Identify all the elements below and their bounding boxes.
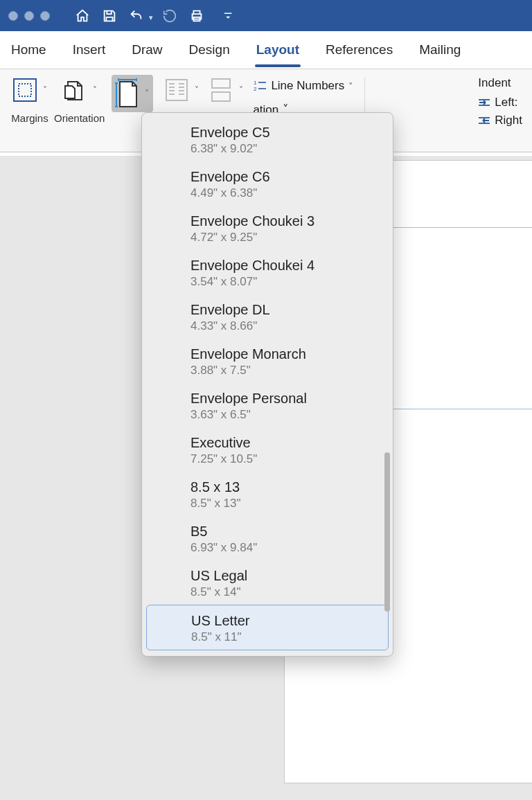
size-option[interactable]: Envelope DL4.33" x 8.66" [142,294,393,339]
size-option-name: Executive [190,434,382,452]
size-option[interactable]: Envelope C64.49" x 6.38" [142,161,393,206]
svg-text:1: 1 [254,80,257,86]
size-option-dimensions: 4.72" x 9.25" [190,231,382,245]
size-option-name: US Legal [190,567,382,585]
orientation-button[interactable]: ˅ Orientation [54,75,105,124]
close-window-button[interactable] [8,11,18,21]
tab-design[interactable]: Design [188,42,231,57]
line-numbers-button[interactable]: 12 Line Numbers ˅ [253,79,353,93]
chevron-down-icon: ˅ [236,85,246,95]
size-option-name: Envelope Monarch [190,346,382,363]
undo-dropdown-icon[interactable]: ▾ [149,13,153,22]
size-option-dimensions: 3.88" x 7.5" [190,364,382,377]
tab-layout[interactable]: Layout [255,42,301,57]
chevron-down-icon: ˅ [348,81,353,91]
size-option-dimensions: 8.5" x 13" [190,497,382,510]
size-option[interactable]: Envelope Choukei 43.54" x 8.07" [142,250,393,294]
customize-qat-icon[interactable] [222,6,235,26]
size-option-name: Envelope DL [190,301,382,319]
size-option-dimensions: 6.93" x 9.84" [190,541,382,555]
size-option[interactable]: Envelope Personal3.63" x 6.5" [142,383,393,427]
size-option-name: US Letter [191,612,377,630]
size-option-name: Envelope Choukei 4 [190,257,382,274]
chevron-down-icon: ˅ [192,85,202,95]
indent-left-label: Left: [495,96,517,109]
size-option-name: B5 [190,523,382,540]
size-option-dimensions: 6.38" x 9.02" [190,142,382,156]
size-option[interactable]: Envelope Monarch3.88" x 7.5" [142,339,393,383]
margins-button[interactable]: ˅ Margins [10,75,50,124]
size-option-name: Envelope Personal [190,390,382,407]
page-size-menu: Envelope C56.38" x 9.02"Envelope C64.49"… [141,112,393,657]
svg-rect-4 [19,84,31,96]
svg-text:2: 2 [254,86,257,92]
size-option-dimensions: 8.5" x 14" [190,585,382,599]
size-option-dimensions: 3.63" x 6.5" [190,408,382,422]
orientation-label: Orientation [54,112,105,124]
svg-rect-2 [224,12,232,14]
size-option-dimensions: 4.49" x 6.38" [190,186,382,200]
scrollbar-thumb[interactable] [384,452,390,612]
breaks-button[interactable]: ˅ [206,75,246,105]
indent-right-row[interactable]: Right [478,114,522,127]
window-controls [8,11,50,21]
size-option[interactable]: US Letter8.5" x 11" [146,605,389,650]
minimize-window-button[interactable] [24,11,34,21]
tab-draw[interactable]: Draw [130,42,163,57]
home-icon[interactable] [72,6,93,26]
chevron-down-icon: ˅ [40,85,50,95]
size-option-name: Envelope Choukei 3 [190,213,382,230]
size-option[interactable]: Executive7.25" x 10.5" [142,427,393,472]
size-option[interactable]: Envelope C56.38" x 9.02" [142,117,393,161]
size-option[interactable]: Envelope Choukei 34.72" x 9.25" [142,206,393,250]
chevron-down-icon: ˅ [90,85,100,95]
chevron-down-icon: ˅ [142,89,152,98]
svg-rect-20 [212,79,230,88]
line-numbers-label: Line Numbers [271,79,344,93]
save-icon[interactable] [99,6,120,26]
size-option-name: Envelope C6 [190,168,382,186]
undo-icon[interactable] [126,6,147,26]
tab-home[interactable]: Home [10,42,48,57]
tab-insert[interactable]: Insert [71,42,107,57]
print-icon[interactable] [186,6,207,26]
margins-label: Margins [11,112,48,124]
indent-left-row[interactable]: Left: [478,96,522,109]
svg-rect-21 [212,92,230,101]
tab-mailings[interactable]: Mailing [418,42,462,57]
size-option-dimensions: 7.25" x 10.5" [190,452,382,466]
size-option-name: 8.5 x 13 [190,479,382,496]
svg-rect-3 [14,79,36,101]
size-option-name: Envelope C5 [190,124,382,141]
size-button[interactable]: ˅ [112,75,153,112]
title-bar: ▾ [0,0,532,31]
indent-group: Indent Left: Right [478,75,522,127]
size-option-dimensions: 3.54" x 8.07" [190,275,382,289]
size-option-dimensions: 8.5" x 11" [191,630,377,644]
maximize-window-button[interactable] [40,11,50,21]
size-option[interactable]: 8.5 x 138.5" x 13" [142,472,393,516]
indent-header: Indent [478,76,522,90]
tab-references[interactable]: References [324,42,394,57]
ribbon-tabs: Home Insert Draw Design Layout Reference… [0,31,532,69]
indent-right-label: Right [495,114,522,127]
size-option-dimensions: 4.33" x 8.66" [190,319,382,333]
size-option[interactable]: US Legal8.5" x 14" [142,560,393,605]
redo-icon[interactable] [159,6,180,26]
columns-button[interactable]: ˅ [161,75,202,105]
size-option[interactable]: B56.93" x 9.84" [142,516,393,560]
